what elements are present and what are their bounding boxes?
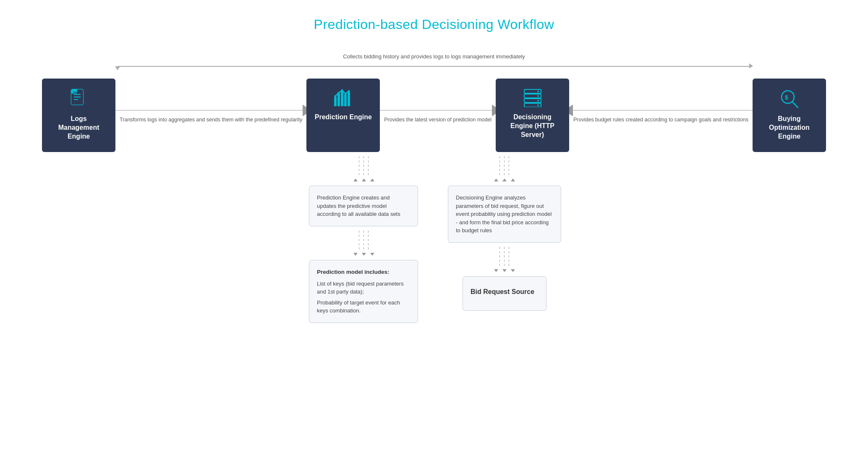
svg-line-26 (792, 102, 798, 108)
diagram-container: Prediction-based Decisioning Workflow Co… (0, 0, 868, 467)
svg-rect-11 (348, 92, 350, 106)
engine-prediction: Prediction Engine (306, 79, 380, 152)
arrow-down-5 (502, 269, 507, 272)
main-row: log Logs Management Engine Transforms lo… (25, 79, 843, 152)
svg-rect-7 (334, 97, 337, 106)
arrow-up-2 (362, 178, 366, 181)
arrow-right-icon2 (492, 107, 496, 114)
arrow-down-1 (353, 253, 358, 256)
dash-arrow-down-2 (353, 253, 374, 256)
svg-point-14 (341, 89, 343, 92)
arrow-logs-prediction (115, 107, 306, 114)
dash-line-6 (368, 231, 369, 252)
decisioning-desc-text: Decisioning Engine analyzes parameters o… (456, 194, 552, 234)
dash-line-2 (363, 156, 364, 177)
top-bar-arrow-right-icon (749, 63, 753, 68)
arrow-down-3 (370, 253, 374, 256)
info-box-decisioning-desc: Decisioning Engine analyzes parameters o… (448, 186, 561, 243)
file-log-icon: log (69, 89, 89, 109)
svg-point-12 (334, 95, 336, 97)
dash-group-1a (359, 156, 369, 177)
chart-line-icon (332, 89, 354, 107)
svg-text:$: $ (785, 94, 788, 101)
arrow-up-3 (370, 178, 374, 181)
dash-line-7 (499, 156, 500, 177)
col-prediction: Prediction Engine creates and updates th… (327, 152, 400, 323)
top-bar-arrow-down-icon (115, 66, 120, 70)
connector-logs-prediction: Transforms logs into aggregates and send… (115, 107, 306, 124)
info-box-prediction-model: Prediction model includes: List of keys … (309, 260, 418, 323)
arrow-down-6 (511, 269, 515, 272)
svg-point-16 (348, 90, 350, 92)
svg-point-22 (537, 95, 539, 97)
dash-line-3 (368, 156, 369, 177)
top-bar: Collects bidding history and provides lo… (81, 53, 787, 79)
col-decisioning: Decisioning Engine analyzes parameters o… (468, 152, 541, 311)
svg-text:log: log (73, 91, 78, 94)
engine-decisioning-label: Decisioning Engine (HTTP Server) (503, 113, 562, 139)
svg-rect-10 (344, 94, 347, 106)
prediction-model-title: Prediction model includes: (317, 268, 410, 276)
connector-buying-decisioning: Provides budget rules created according … (569, 107, 753, 124)
dash-line-9 (509, 156, 509, 177)
connector-text-logs-prediction: Transforms logs into aggregates and send… (115, 116, 306, 124)
svg-point-15 (344, 93, 346, 95)
dash-group-2a (359, 231, 369, 252)
svg-point-21 (537, 91, 539, 92)
h-line3 (573, 110, 753, 110)
dash-group-3a (499, 156, 509, 177)
arrow-down-2 (362, 253, 366, 256)
dash-line-12 (509, 247, 509, 268)
arrow-down-4 (494, 269, 498, 272)
dash-line-10 (499, 247, 500, 268)
dash-line-4 (359, 231, 359, 252)
arrow-right-icon (303, 107, 306, 114)
dash-group-4a (499, 247, 509, 268)
dash-line-11 (504, 247, 505, 268)
bid-request-title: Bid Request Source (471, 287, 539, 297)
svg-rect-9 (341, 91, 343, 106)
arrow-up-1 (353, 178, 358, 181)
search-dollar-icon: $ (779, 89, 800, 109)
dash-line-5 (363, 231, 364, 252)
connector-text-prediction-decisioning: Provides the latest version of predictio… (380, 116, 496, 124)
dash-arrow-down-3 (494, 269, 515, 272)
prediction-model-item-1: List of keys (bid request parameters and… (317, 280, 410, 296)
engine-buying: $ Buying Optimization Engine (753, 79, 826, 152)
svg-rect-8 (337, 94, 340, 106)
engine-decisioning: Decisioning Engine (HTTP Server) (496, 79, 569, 152)
connector-prediction-decisioning: Provides the latest version of predictio… (380, 107, 496, 124)
top-bar-line (118, 66, 750, 67)
engine-buying-label: Buying Optimization Engine (760, 115, 818, 141)
arrow-up-5 (502, 178, 507, 181)
dash-arrow-up-1 (353, 178, 374, 181)
bottom-section: Prediction Engine creates and updates th… (25, 152, 843, 323)
dashed-prediction-1 (353, 152, 374, 186)
top-bar-label: Collects bidding history and provides lo… (81, 53, 787, 60)
arrow-up-6 (511, 178, 515, 181)
page-title: Prediction-based Decisioning Workflow (25, 17, 843, 32)
engine-prediction-label: Prediction Engine (315, 113, 372, 122)
dash-line-8 (504, 156, 505, 177)
prediction-model-item-2: Probability of target event for each key… (317, 299, 410, 315)
svg-point-23 (537, 100, 539, 102)
dashed-prediction-2 (353, 226, 374, 260)
arrow-buying-decisioning (569, 107, 753, 114)
info-box-prediction-desc: Prediction Engine creates and updates th… (309, 186, 418, 226)
dash-line-1 (359, 156, 359, 177)
h-line (115, 110, 303, 110)
engine-logs: log Logs Management Engine (42, 79, 115, 152)
engine-logs-label: Logs Management Engine (50, 115, 108, 141)
dash-arrow-up-2 (494, 178, 515, 181)
svg-point-13 (337, 92, 340, 94)
dashed-decisioning-2 (494, 243, 515, 276)
connector-text-buying-decisioning: Provides budget rules created according … (569, 116, 753, 124)
svg-point-24 (537, 105, 539, 106)
prediction-desc-text: Prediction Engine creates and updates th… (317, 194, 400, 217)
arrow-up-4 (494, 178, 498, 181)
arrow-left-icon (569, 107, 573, 114)
info-box-bid-request: Bid Request Source (463, 276, 546, 311)
arrow-prediction-decisioning (380, 107, 496, 114)
h-line2 (380, 110, 492, 110)
server-icon (522, 89, 543, 107)
